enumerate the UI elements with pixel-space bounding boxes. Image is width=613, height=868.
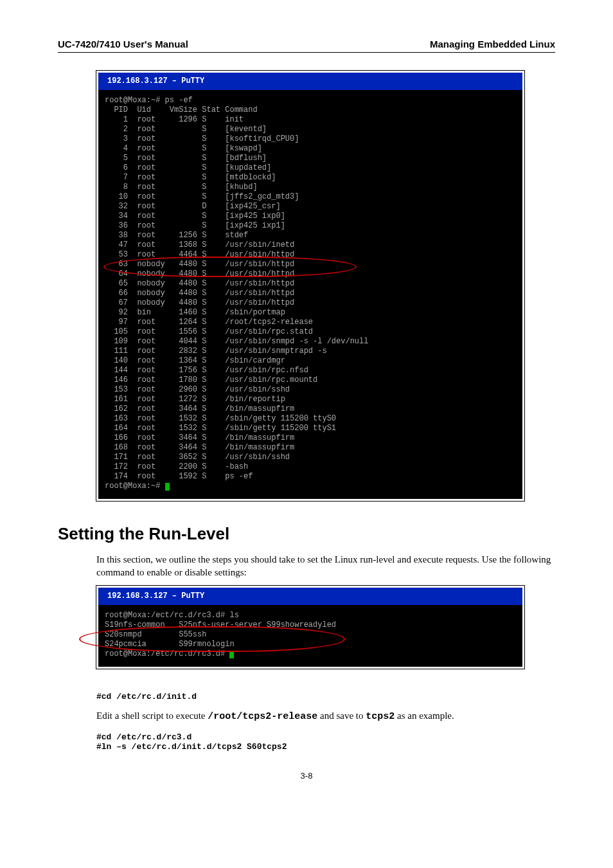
- terminal-title-1: 192.168.3.127 – PuTTY: [98, 73, 522, 91]
- highlight-ellipse-1: [103, 257, 357, 277]
- terminal-window-1: 192.168.3.127 – PuTTY root@Moxa:~# ps -e…: [96, 71, 524, 501]
- inline-code-2: tcps2: [366, 711, 395, 722]
- page-header: UC-7420/7410 User's Manual Managing Embe…: [58, 39, 555, 53]
- terminal-body-2: root@Moxa:/ect/rc.d/rc3.d# ls S19nfs-com…: [98, 606, 522, 667]
- header-left: UC-7420/7410 User's Manual: [58, 39, 188, 50]
- header-right: Managing Embedded Linux: [430, 39, 555, 50]
- terminal-cursor-icon: [165, 483, 170, 491]
- inline-code-1: /root/tcps2-release: [208, 711, 317, 722]
- section-paragraph-2: Edit a shell script to execute /root/tcp…: [96, 709, 555, 723]
- highlight-ellipse-2: [79, 626, 345, 652]
- command-block-1: #cd /etc/rc.d/init.d: [96, 692, 555, 701]
- section-paragraph-1: In this section, we outline the steps yo…: [96, 553, 555, 579]
- section-heading: Setting the Run-Level: [58, 524, 555, 544]
- page-number: 3-8: [58, 771, 555, 781]
- terminal-prompt-1: root@Moxa:~#: [105, 482, 165, 491]
- para2c: and save to: [317, 710, 366, 721]
- para2e: as an example.: [395, 710, 454, 721]
- terminal-window-2: 192.168.3.127 – PuTTY root@Moxa:/ect/rc.…: [96, 586, 524, 669]
- para2a: Edit a shell script to execute: [96, 710, 208, 721]
- terminal-title-2: 192.168.3.127 – PuTTY: [98, 588, 522, 606]
- command-block-2: #cd /etc/rc.d/rc3.d #ln –s /etc/rc.d/ini…: [96, 732, 555, 752]
- terminal-output-1: root@Moxa:~# ps -ef PID Uid VmSize Stat …: [105, 96, 368, 481]
- terminal-body-1: root@Moxa:~# ps -ef PID Uid VmSize Stat …: [98, 91, 522, 499]
